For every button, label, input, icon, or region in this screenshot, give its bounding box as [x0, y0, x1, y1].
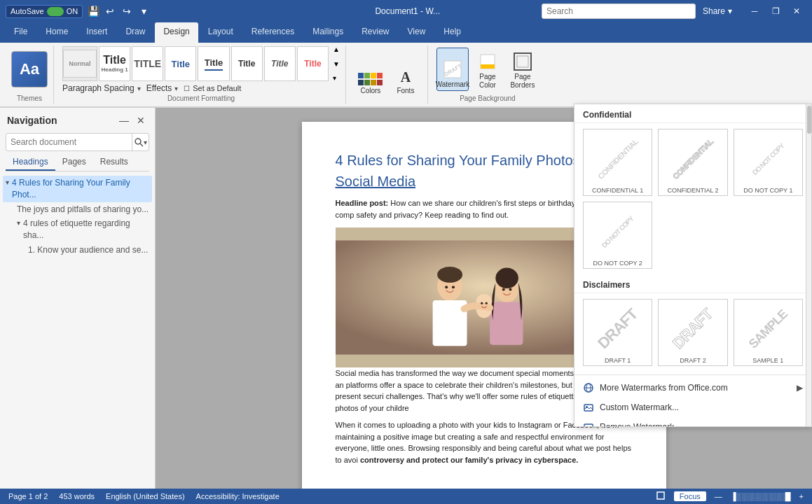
tab-layout[interactable]: Layout — [200, 22, 242, 43]
svg-point-12 — [437, 267, 462, 283]
tab-draw[interactable]: Draw — [117, 22, 153, 43]
watermark-icon: DRAFT — [443, 59, 462, 79]
tab-references[interactable]: References — [243, 22, 303, 43]
doc-body-2-bold: controversy and protect our family's pri… — [360, 456, 578, 464]
style-title-3[interactable]: Title — [165, 46, 196, 81]
tab-design[interactable]: Design — [155, 22, 198, 43]
watermark-button[interactable]: DRAFT Watermark — [436, 48, 469, 91]
page-background-group: DRAFT Watermark PageColor P — [431, 46, 544, 104]
color-block-dark1 — [358, 80, 364, 85]
search-bar[interactable] — [542, 4, 696, 19]
nav-item-heading2b[interactable]: ▾ 4 rules of etiquette regarding sha... — [14, 216, 152, 243]
close-button[interactable]: ✕ — [787, 4, 806, 18]
search-input[interactable] — [546, 6, 691, 16]
nav-item-heading3[interactable]: 1. Know your audience and se... — [25, 243, 152, 258]
wm-dnc-1-label: DO NOT COPY 1 — [743, 186, 792, 194]
style-title-6[interactable]: Title — [264, 46, 296, 81]
svg-point-6 — [135, 139, 141, 144]
focus-button[interactable] — [656, 491, 666, 502]
wm-scrollbar[interactable] — [806, 104, 811, 426]
page-borders-button[interactable]: PageBorders — [507, 48, 539, 91]
wm-conf-1-label: CONFIDENTIAL 1 — [592, 186, 643, 194]
search-icon — [134, 137, 144, 147]
zoom-slider[interactable]: ▐░░░░░░░░░█ — [731, 492, 791, 500]
wm-donotcopy-1[interactable]: DO NOT COPY DO NOT COPY 1 — [734, 129, 803, 196]
checkbox-icon: ☐ — [184, 85, 190, 92]
wm-confidential-2[interactable]: CONFIDENTIAL CONFIDENTIAL 2 — [658, 129, 727, 196]
redo-icon[interactable]: ↪ — [121, 5, 133, 18]
watermark-scrollable[interactable]: Confidential CONFIDENTIAL CONFIDENTIAL 1… — [574, 104, 811, 426]
zoom-icon[interactable]: — — [715, 492, 722, 500]
nav-search-input[interactable] — [6, 137, 132, 147]
paragraph-spacing-btn[interactable]: Paragraph Spacing ▾ — [62, 83, 141, 93]
tab-results[interactable]: Results — [93, 154, 135, 171]
style-title-2[interactable]: TITLE — [132, 46, 163, 81]
wm-sample-1[interactable]: SAMPLE SAMPLE 1 — [734, 299, 803, 366]
nav-title: Navigation — [7, 115, 57, 126]
style-scroll-up[interactable]: ▲ — [333, 46, 340, 53]
wm-remove[interactable]: Remove Watermark — [574, 417, 811, 426]
undo-icon[interactable]: ↩ — [104, 5, 116, 18]
themes-button[interactable]: Aa — [11, 51, 48, 88]
svg-rect-34 — [657, 492, 664, 499]
nav-item-arrow: ▾ — [6, 178, 9, 186]
watermark-label: Watermark — [436, 80, 470, 89]
nav-search-box[interactable]: ▾ — [6, 133, 149, 151]
save-icon[interactable]: 💾 — [87, 5, 99, 18]
minimize-button[interactable]: ─ — [745, 4, 764, 18]
nav-indent-sub: 1. Know your audience and se... — [14, 243, 152, 258]
wm-separator — [574, 374, 811, 375]
wm-more-watermarks[interactable]: More Watermarks from Office.com ▶ — [574, 378, 811, 398]
wm-custom[interactable]: Custom Watermark... — [574, 398, 811, 417]
tab-help[interactable]: Help — [435, 22, 469, 43]
tab-file[interactable]: File — [6, 22, 36, 43]
style-title-1[interactable]: Title Heading 1 — [99, 46, 130, 81]
autosave-badge[interactable]: AutoSave ON — [6, 5, 83, 18]
fonts-button[interactable]: A Fonts — [390, 53, 422, 97]
restore-button[interactable]: ❐ — [766, 4, 785, 18]
colors-button[interactable]: Colors — [355, 53, 387, 97]
effects-label: Effects — [146, 83, 172, 93]
page-borders-icon — [513, 52, 532, 71]
wm-draft-2[interactable]: DRAFT DRAFT 2 — [658, 299, 727, 366]
search-dropdown-arrow: ▾ — [144, 139, 147, 146]
set-as-default-btn[interactable]: ☐ Set as Default — [184, 83, 241, 93]
nav-item-heading2a[interactable]: The joys and pitfalls of sharing yo... — [14, 202, 152, 217]
wm-confidential-1[interactable]: CONFIDENTIAL CONFIDENTIAL 1 — [583, 129, 652, 196]
nav-item-heading1[interactable]: ▾ 4 Rules for Sharing Your Family Phot..… — [3, 176, 152, 202]
share-button[interactable]: Share ▾ — [696, 2, 739, 20]
style-title-4[interactable]: Title — [198, 46, 229, 81]
tab-mailings[interactable]: Mailings — [304, 22, 352, 43]
fonts-label: Fonts — [397, 87, 414, 95]
wm-draft-1[interactable]: DRAFT DRAFT 1 — [583, 299, 652, 366]
wm-donotcopy-2[interactable]: DO NOT COPY DO NOT COPY 2 — [583, 202, 652, 269]
set-default-label: Set as Default — [193, 84, 241, 92]
document-title: Document1 - W... — [273, 6, 541, 16]
tab-headings[interactable]: Headings — [6, 154, 55, 171]
style-title-5[interactable]: Title — [231, 46, 263, 81]
style-scroll-down[interactable]: ▼ — [333, 60, 340, 68]
page-color-button[interactable]: PageColor — [472, 48, 504, 91]
themes-icon: Aa — [20, 60, 39, 78]
accessibility-status[interactable]: Accessibility: Investigate — [196, 492, 280, 500]
tab-review[interactable]: Review — [353, 22, 397, 43]
wm-dnc-1-text: DO NOT COPY — [751, 141, 786, 176]
style-title-7[interactable]: Title — [297, 46, 329, 81]
customize-icon[interactable]: ▾ — [137, 5, 150, 18]
style-normal[interactable]: Normal — [62, 46, 97, 81]
style-expand[interactable]: ▾ — [333, 74, 340, 82]
focus-label[interactable]: Focus — [674, 491, 706, 501]
style-set: Normal Title Heading 1 TITLE Title Title — [62, 46, 329, 81]
effects-btn[interactable]: Effects ▾ — [146, 83, 178, 93]
themes-label: Themes — [11, 93, 48, 104]
autosave-toggle[interactable] — [47, 7, 64, 16]
tab-view[interactable]: View — [399, 22, 434, 43]
nav-close-button[interactable]: ✕ — [134, 113, 148, 127]
page-color-label: PageColor — [479, 73, 496, 90]
word-count: 453 words — [59, 492, 95, 500]
tab-pages[interactable]: Pages — [55, 154, 93, 171]
nav-search-button[interactable]: ▾ — [132, 134, 149, 150]
tab-insert[interactable]: Insert — [78, 22, 116, 43]
tab-home[interactable]: Home — [37, 22, 76, 43]
nav-collapse-button[interactable]: — — [117, 113, 131, 127]
